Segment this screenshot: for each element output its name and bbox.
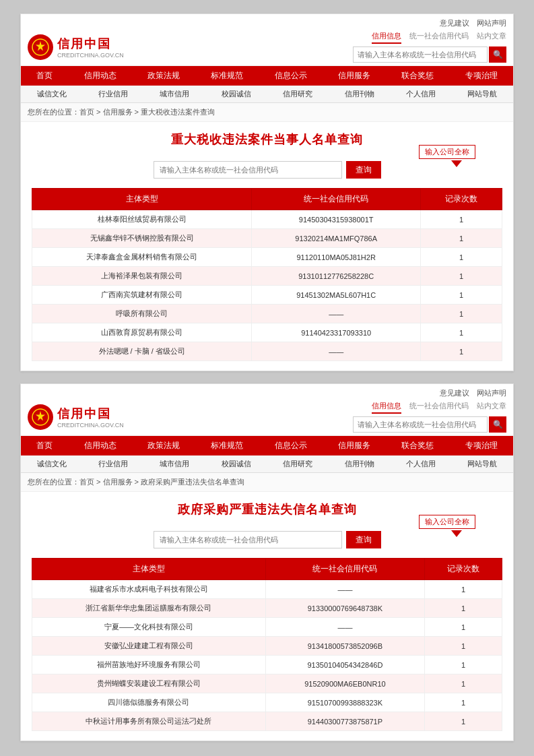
search-input-2[interactable] [353,416,488,433]
tab-credit-info-1[interactable]: 信用信息 [372,31,401,44]
tab-credit-info-2[interactable]: 信用信息 [372,401,401,414]
top-links-1: 意见建议 网站声明 [28,18,506,28]
table-cell-name: 外法嗯嗯 / 卡脑 / 省级公司 [32,342,252,361]
table-row[interactable]: 四川德似德服务有限公司91510700993888323K1 [32,693,502,712]
query-hint-2: 输入公司全称 [419,515,475,537]
nav-joint-reward-1[interactable]: 联合奖惩 [395,66,440,86]
table-cell-name: 广西南宾筑建材有限公司 [32,286,252,305]
query-bar-2: 输入公司全称 查询 [32,531,502,548]
page-number: 第 2 页 [20,753,514,756]
nav-special-mgmt-2[interactable]: 专项治理 [459,436,504,455]
nav-sec-city-1[interactable]: 城市信用 [154,86,195,102]
tab-unified-code-1[interactable]: 统一社会信用代码 [409,31,469,44]
nav-credit-service-1[interactable]: 信用服务 [331,66,377,86]
table-body-1: 桂林泰阳丝绒贸易有限公司91450304315938001T1无锡鑫华锌不锈钢控… [32,210,502,361]
table-cell-code: —— [265,580,424,599]
section2-card: 意见建议 网站声明 信用中国 CREDITCHINA.GOV.CN [20,383,514,741]
statement-link-2[interactable]: 网站声明 [477,389,506,397]
table-row[interactable]: 外法嗯嗯 / 卡脑 / 省级公司——1 [32,342,502,361]
search-tabs-1: 信用信息 统一社会信用代码 站内文章 [372,31,506,44]
nav-sec-personal-1[interactable]: 个人信用 [401,86,441,102]
table-cell-code: 91310112776258228C [252,267,420,286]
search-input-1[interactable] [353,46,488,63]
nav-info-pub-1[interactable]: 信息公示 [268,66,314,86]
col-code-header-1: 统一社会信用代码 [252,189,420,210]
search-input-row-2: 🔍 [353,416,506,433]
nav-credit-news-2[interactable]: 信用动态 [77,436,123,455]
nav-standards-2[interactable]: 标准规范 [204,436,250,455]
nav-sec-research-1[interactable]: 信用研究 [277,86,318,102]
tab-site-content-1[interactable]: 站内文章 [477,31,506,44]
nav-home-1[interactable]: 首页 [30,66,59,86]
search-button-1[interactable]: 🔍 [489,46,506,63]
nav-sec-site-nav-1[interactable]: 网站导航 [462,86,502,102]
query-input-1[interactable] [154,161,342,179]
table-row[interactable]: 福建省乐市水成科电子科技有限公司——1 [32,580,502,599]
table-cell-code: 91140423317093310 [252,323,420,342]
table-cell-code: —— [265,618,424,637]
search-tabs-2: 信用信息 统一社会信用代码 站内文章 [372,401,506,414]
table-row[interactable]: 福州苗族地好环境服务有限公司91350104054342846D1 [32,656,502,674]
search-button-2[interactable]: 🔍 [489,416,506,433]
nav-policy-1[interactable]: 政策法规 [141,66,187,86]
table-row[interactable]: 中秋运计用事务所有限公司运法刁处所91440300773875871P1 [32,712,502,731]
nav-sec-publications-2[interactable]: 信用刊物 [339,455,380,472]
table-cell-code: 91510700993888323K [265,693,424,712]
table-row[interactable]: 呼吸所有限公司——1 [32,305,502,323]
table-row[interactable]: 广西南宾筑建材有限公司91451302MA5L607H1C1 [32,286,502,305]
nav-secondary-2: 诚信文化 行业信用 城市信用 校园诚信 信用研究 信用刊物 个人信用 网站导航 [21,455,513,473]
nav-sec-research-2[interactable]: 信用研究 [277,455,318,472]
nav-home-2[interactable]: 首页 [30,436,59,455]
site-header-1: 意见建议 网站声明 信用中国 CREDITCHINA.GOV.CN [21,14,513,66]
table-row[interactable]: 上海裕泽果包装有限公司91310112776258228C1 [32,267,502,286]
query-input-2[interactable] [154,531,342,548]
table-cell-code: 91451302MA5L607H1C [252,286,420,305]
nav-secondary-1: 诚信文化 行业信用 城市信用 校园诚信 信用研究 信用刊物 个人信用 网站导航 [21,86,513,103]
nav-sec-campus-1[interactable]: 校园诚信 [216,86,257,102]
logo-emblem-1 [28,34,53,60]
suggestion-link-1[interactable]: 意见建议 [440,19,469,27]
statement-link-1[interactable]: 网站声明 [477,19,506,27]
query-button-2[interactable]: 查询 [346,531,381,548]
table-row[interactable]: 天津泰鑫盒金属材料销售有限公司91120110MA05J81H2R1 [32,248,502,267]
table-row[interactable]: 贵州蝴蝶安装建设工程有限公司91520900MA6EB0NR101 [32,674,502,693]
nav-joint-reward-2[interactable]: 联合奖惩 [395,436,440,455]
nav-info-pub-2[interactable]: 信息公示 [268,436,314,455]
table-row[interactable]: 浙江省新华华忠集团运膳服布有限公司91330000769648738K1 [32,599,502,618]
query-button-1[interactable]: 查询 [346,161,381,179]
table-cell-count: 1 [424,656,502,674]
hint-arrow-1 [451,160,462,167]
nav-sec-city-2[interactable]: 城市信用 [154,455,195,472]
logo-text-area-2: 信用中国 CREDITCHINA.GOV.CN [57,406,124,429]
nav-sec-campus-2[interactable]: 校园诚信 [216,455,257,472]
tab-unified-code-2[interactable]: 统一社会信用代码 [409,401,469,414]
table-row[interactable]: 宁夏——文化科技有限公司——1 [32,618,502,637]
nav-sec-personal-2[interactable]: 个人信用 [401,455,441,472]
nav-sec-publications-1[interactable]: 信用刊物 [339,86,380,102]
nav-policy-2[interactable]: 政策法规 [141,436,187,455]
table-row[interactable]: 桂林泰阳丝绒贸易有限公司91450304315938001T1 [32,210,502,229]
nav-sec-culture-2[interactable]: 诚信文化 [32,455,72,472]
query-hint-1: 输入公司全称 [419,145,475,167]
nav-credit-service-2[interactable]: 信用服务 [331,436,377,455]
suggestion-link-2[interactable]: 意见建议 [440,389,469,397]
nav-sec-culture-1[interactable]: 诚信文化 [32,86,72,102]
result-table-2: 主体类型 统一社会信用代码 记录次数 福建省乐市水成科电子科技有限公司——1浙江… [32,558,502,731]
nav-credit-news-1[interactable]: 信用动态 [77,66,123,86]
table-row[interactable]: 无锡鑫华锌不锈钢控股有限公司91320214MA1MFQ786A1 [32,229,502,248]
logo-text-sub-2: CREDITCHINA.GOV.CN [57,422,124,429]
nav-sec-industry-2[interactable]: 行业信用 [93,455,133,472]
nav-sec-site-nav-2[interactable]: 网站导航 [462,455,502,472]
nav-standards-1[interactable]: 标准规范 [204,66,250,86]
breadcrumb-1: 您所在的位置：首页 > 信用服务 > 重大税收违法案件查询 [21,103,513,122]
table-cell-name: 天津泰鑫盒金属材料销售有限公司 [32,248,252,267]
tab-site-content-2[interactable]: 站内文章 [477,401,506,414]
table-cell-name: 宁夏——文化科技有限公司 [32,618,266,637]
nav-special-mgmt-1[interactable]: 专项治理 [459,66,504,86]
table-cell-name: 四川德似德服务有限公司 [32,693,266,712]
table-row[interactable]: 安徽弘业建建工程有限公司91341800573852096B1 [32,637,502,656]
table-row[interactable]: 山西敦育原贸易有限公司911404233170933101 [32,323,502,342]
nav-sec-industry-1[interactable]: 行业信用 [93,86,133,102]
header-main-2: 信用中国 CREDITCHINA.GOV.CN 信用信息 统一社会信用代码 站内… [28,401,506,433]
table-cell-count: 1 [424,693,502,712]
